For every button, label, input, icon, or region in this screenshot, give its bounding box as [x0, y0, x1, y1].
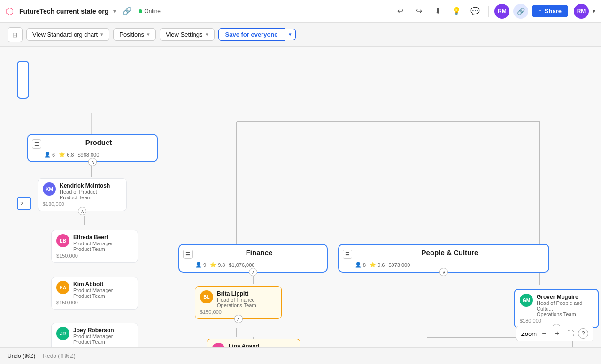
undo-topbar-button[interactable]: ↩ — [393, 4, 408, 19]
link-button[interactable]: 🔗 — [120, 4, 135, 19]
kim-row: KA Kim Abbott Product Manager Product Te… — [56, 281, 133, 299]
zoom-fit-button[interactable]: ⛶ — [565, 328, 576, 339]
elfreda-team: Product Team — [73, 246, 113, 252]
online-label: Online — [144, 8, 161, 15]
sidebar-toggle-button[interactable]: ⊞ — [8, 27, 23, 42]
pc-salary: $973,000 — [388, 262, 410, 268]
joey-team: Product Team — [73, 339, 114, 345]
save-button-wrap: Save for everyone ▾ — [218, 28, 296, 41]
elfreda-card[interactable]: EB Elfreda Beert Product Manager Product… — [51, 230, 138, 263]
redo-button[interactable]: Redo (⇧⌘Z) — [43, 353, 75, 359]
grover-avatar: GM — [520, 294, 533, 307]
kendrick-collapse-btn[interactable]: ∧ — [78, 207, 86, 215]
elfreda-role: Product Manager — [73, 241, 113, 246]
grover-role: Head of People and Cultu... — [537, 300, 593, 311]
kim-avatar: KA — [56, 281, 69, 294]
zoom-out-button[interactable]: − — [539, 328, 550, 339]
finance-group-collapse-icon[interactable]: ☰ — [183, 250, 193, 259]
pc-collapse-btn[interactable]: ∧ — [439, 268, 448, 276]
finance-people-count: 👤9 — [195, 262, 206, 268]
finance-group-title: Finance — [195, 249, 323, 257]
brita-avatar: BL — [200, 290, 213, 303]
finance-group-header: ☰ Finance — [183, 249, 323, 262]
save-label: Save for everyone — [225, 31, 278, 38]
positions-button[interactable]: Positions ▾ — [113, 28, 156, 41]
positions-label: Positions — [119, 31, 144, 38]
elfreda-row: EB Elfreda Beert Product Manager Product… — [56, 234, 133, 252]
finance-group-stats: 👤9 ⭐9.8 $1,076,000 — [183, 262, 323, 268]
positions-caret-icon: ▾ — [147, 31, 150, 38]
product-collapse-btn[interactable]: ∧ — [88, 158, 97, 166]
finance-salary: $1,076,000 — [229, 262, 254, 268]
elfreda-salary: $150,000 — [56, 253, 133, 258]
joey-row: JR Joey Roberson Product Manager Product… — [56, 327, 133, 345]
people-culture-stats: 👤8 ⭐9.6 $973,000 — [343, 262, 545, 268]
joey-role: Product Manager — [73, 334, 114, 339]
user-avatar: RM — [574, 4, 589, 19]
elfreda-avatar: EB — [56, 234, 69, 247]
kim-team: Product Team — [73, 293, 113, 299]
brita-row: BL Brita Lippitt Head of Finance Operati… — [200, 290, 277, 308]
kim-salary: $150,000 — [56, 300, 133, 305]
brita-collapse-btn[interactable]: ∧ — [234, 315, 243, 323]
undo-button[interactable]: Undo (⌘Z) — [8, 353, 35, 359]
settings-caret-icon: ▾ — [206, 31, 208, 38]
lightbulb-button[interactable]: 💡 — [449, 4, 464, 19]
product-group-collapse-icon[interactable]: ☰ — [32, 139, 41, 149]
view-standard-label: View Standard org chart — [32, 31, 98, 38]
partial-number-card: 2... — [17, 197, 31, 210]
link-share-icon[interactable]: 🔗 — [513, 4, 528, 19]
online-status: Online — [139, 8, 161, 15]
brita-name: Brita Lippitt — [217, 290, 256, 297]
brita-role: Head of Finance — [217, 297, 256, 303]
brita-card[interactable]: BL Brita Lippitt Head of Finance Operati… — [195, 286, 282, 319]
product-salary: $968,000 — [77, 152, 99, 158]
kendrick-avatar: KM — [43, 182, 56, 196]
product-group-card: ☰ Product 👤6 ⭐6.8 $968,000 ∧ — [27, 134, 158, 162]
kendrick-team: Product Team — [60, 195, 110, 200]
save-caret-button[interactable]: ▾ — [285, 29, 296, 40]
view-settings-label: View Settings — [166, 31, 203, 38]
people-culture-collapse-icon[interactable]: ☰ — [343, 250, 352, 259]
finance-collapse-btn[interactable]: ∧ — [249, 268, 257, 276]
zoom-controls: Zoom − + ⛶ ? — [516, 326, 593, 341]
toolbar: ⊞ View Standard org chart ▾ Positions ▾ … — [0, 23, 601, 47]
product-rating: ⭐6.8 — [59, 152, 74, 158]
zoom-label: Zoom — [521, 330, 537, 337]
grover-card[interactable]: GM Grover Mcguire Head of People and Cul… — [514, 289, 599, 328]
kendrick-card[interactable]: KM Kendrick Mcintosh Head of Product Pro… — [38, 178, 127, 211]
zoom-in-button[interactable]: + — [552, 328, 563, 339]
chat-button[interactable]: 💬 — [468, 4, 483, 19]
brita-salary: $150,000 — [200, 309, 277, 315]
app-logo: ⬡ — [6, 6, 14, 17]
kendrick-row: KM Kendrick Mcintosh Head of Product Pro… — [43, 182, 122, 200]
save-button[interactable]: Save for everyone — [218, 28, 285, 41]
view-settings-button[interactable]: View Settings ▾ — [160, 28, 215, 41]
bottombar: Undo (⌘Z) Redo (⇧⌘Z) — [0, 347, 601, 364]
canvas: 2... ☰ Product 👤6 ⭐6.8 $968,000 ∧ KM Ken… — [0, 47, 601, 364]
topbar: ⬡ FutureTech current state org ▾ 🔗 Onlin… — [0, 0, 601, 23]
share-label: Share — [545, 8, 562, 15]
view-caret-icon: ▾ — [100, 31, 103, 38]
download-button[interactable]: ⬇ — [430, 4, 445, 19]
zoom-help-button[interactable]: ? — [578, 328, 588, 339]
grover-name: Grover Mcguire — [537, 294, 593, 300]
pc-people-count: 👤8 — [355, 262, 366, 268]
finance-group-card: ☰ Finance 👤9 ⭐9.8 $1,076,000 ∧ — [178, 244, 328, 273]
avatar-rm: RM — [494, 4, 509, 19]
kim-card[interactable]: KA Kim Abbott Product Manager Product Te… — [51, 277, 138, 310]
joey-name: Joey Roberson — [73, 327, 114, 334]
title-caret-icon[interactable]: ▾ — [113, 8, 116, 15]
finance-rating: ⭐9.8 — [210, 262, 225, 268]
user-caret-button[interactable]: ▾ — [593, 8, 595, 15]
product-group-title: Product — [44, 138, 153, 146]
grover-team: Operations Team — [537, 311, 593, 317]
online-dot — [139, 9, 142, 13]
app-title: FutureTech current state org — [19, 8, 108, 15]
view-standard-button[interactable]: View Standard org chart ▾ — [26, 28, 109, 41]
people-culture-group-header: ☰ People & Culture — [343, 249, 545, 262]
separator — [488, 6, 489, 17]
share-icon: ↑ — [539, 8, 542, 15]
redo-topbar-button[interactable]: ↪ — [411, 4, 426, 19]
share-button[interactable]: ↑ Share — [532, 5, 568, 17]
